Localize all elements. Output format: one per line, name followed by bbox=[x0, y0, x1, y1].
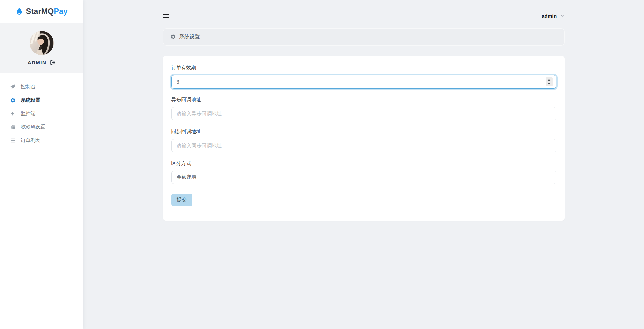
sidebar-item-qrcode-settings[interactable]: 收款码设置 bbox=[0, 120, 83, 133]
main-area: admin 系统设置 订单有效期 bbox=[83, 0, 644, 329]
sidebar-item-orders[interactable]: 订单列表 bbox=[0, 133, 83, 147]
avatar[interactable] bbox=[30, 31, 54, 55]
spinner-up-icon[interactable] bbox=[547, 79, 551, 81]
spinner-down-icon[interactable] bbox=[547, 83, 551, 85]
admin-username: ADMIN bbox=[28, 60, 47, 65]
async-callback-label: 异步回调地址 bbox=[171, 97, 556, 103]
sync-callback-input[interactable] bbox=[171, 139, 556, 152]
settings-form-card: 订单有效期 异步回调地址 同步回调地址 bbox=[163, 56, 565, 221]
form-group-async-callback: 异步回调地址 bbox=[171, 97, 556, 120]
gear-icon bbox=[10, 97, 16, 103]
sidebar-item-label: 收款码设置 bbox=[21, 124, 45, 130]
sidebar-item-console[interactable]: 控制台 bbox=[0, 80, 83, 93]
page-title: 系统设置 bbox=[179, 33, 200, 40]
lightning-icon bbox=[10, 111, 16, 116]
sidebar-item-label: 控制台 bbox=[21, 84, 36, 90]
rocket-icon bbox=[10, 84, 16, 90]
sidebar-item-label: 系统设置 bbox=[21, 97, 40, 103]
list-icon bbox=[10, 138, 16, 143]
distinguish-method-input[interactable] bbox=[171, 171, 556, 184]
number-spinner[interactable] bbox=[546, 77, 553, 86]
sidebar: StarMQPay ADMIN bbox=[0, 0, 83, 329]
logout-icon[interactable] bbox=[50, 60, 56, 65]
form-group-distinguish-method: 区分方式 bbox=[171, 160, 556, 184]
order-validity-label: 订单有效期 bbox=[171, 65, 556, 71]
flame-logo-icon bbox=[15, 7, 24, 16]
sidebar-menu: 控制台 系统设置 监控端 收款码设置 bbox=[0, 73, 83, 147]
form-group-sync-callback: 同步回调地址 bbox=[171, 128, 556, 152]
brand-name: StarMQPay bbox=[26, 7, 68, 16]
qrcode-icon bbox=[10, 124, 16, 130]
topbar-username: admin bbox=[542, 13, 557, 19]
order-validity-input[interactable] bbox=[171, 75, 556, 89]
user-dropdown[interactable]: admin bbox=[542, 13, 565, 19]
sidebar-item-label: 监控端 bbox=[21, 110, 36, 117]
sidebar-item-label: 订单列表 bbox=[21, 137, 40, 144]
form-group-order-validity: 订单有效期 bbox=[171, 65, 556, 89]
sync-callback-label: 同步回调地址 bbox=[171, 128, 556, 135]
chevron-down-icon bbox=[560, 13, 565, 18]
hamburger-menu-icon[interactable] bbox=[163, 12, 169, 20]
sidebar-item-settings[interactable]: 系统设置 bbox=[0, 93, 83, 107]
profile-section: ADMIN bbox=[0, 23, 83, 73]
brand-logo[interactable]: StarMQPay bbox=[0, 0, 83, 23]
page-header: 系统设置 bbox=[163, 28, 565, 46]
async-callback-input[interactable] bbox=[171, 107, 556, 120]
topbar: admin bbox=[163, 0, 565, 20]
distinguish-method-label: 区分方式 bbox=[171, 160, 556, 167]
submit-button[interactable]: 提交 bbox=[171, 194, 192, 206]
gear-icon bbox=[170, 34, 176, 40]
sidebar-item-monitor[interactable]: 监控端 bbox=[0, 107, 83, 120]
